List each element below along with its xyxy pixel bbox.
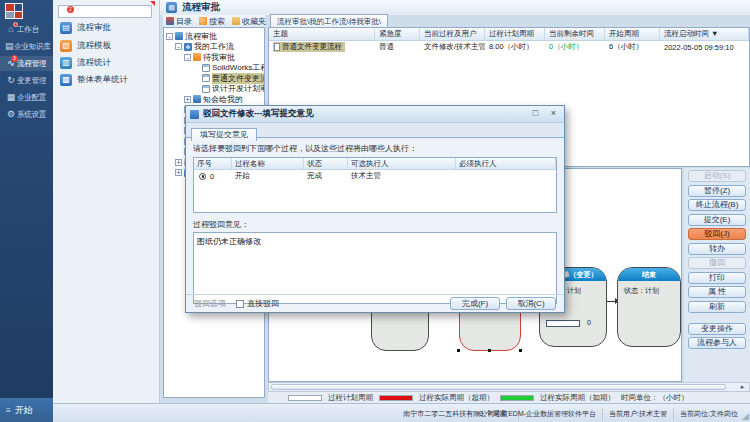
action-submit-button[interactable]: 提交(E) xyxy=(688,214,746,226)
process-approval-icon: ▤ xyxy=(166,2,177,13)
scrollbar-thumb[interactable] xyxy=(271,384,726,390)
column-header-start-cycle[interactable]: 开始周期 xyxy=(605,28,660,40)
action-change-operation-button[interactable]: 变更操作 xyxy=(688,323,746,335)
legend-label: 过程实际周期（如期） xyxy=(540,393,615,403)
current-user: 当前用户:技术主管 xyxy=(602,409,667,419)
sidebar-item-workbench[interactable]: ⌂ 工作台 xyxy=(0,22,53,37)
cell-state: 完成 xyxy=(304,171,348,181)
collapse-icon[interactable]: - xyxy=(166,33,173,40)
sidebar-item-knowledge-base[interactable]: ▤ 企业知识库 xyxy=(0,39,53,54)
horizontal-scrollbar[interactable]: ▸ xyxy=(268,382,750,392)
cell-start-time: 2022-05-05 09:59:10 xyxy=(660,43,749,52)
action-start-button[interactable]: 启动(S) xyxy=(688,170,746,182)
column-header-subject[interactable]: 主题 xyxy=(269,28,375,40)
flow-node-end[interactable]: 结束 状态：计划 xyxy=(617,267,681,347)
resize-grip-icon[interactable]: ◢ xyxy=(742,411,749,421)
grid-row[interactable]: 0 开始 完成 技术主管 xyxy=(194,170,556,182)
tree-item-label: SolidWorks工程图审批流程(1) xyxy=(212,62,265,73)
sidebar-item-label: 企业配置 xyxy=(17,92,46,103)
glyph: ▤ xyxy=(62,23,70,32)
action-refresh-button[interactable]: 刷新 xyxy=(688,301,746,313)
selection-handle[interactable] xyxy=(457,349,460,352)
cell-process-name: 开始 xyxy=(232,171,304,181)
expand-icon[interactable]: + xyxy=(184,96,191,103)
tree-item-normal-file-change-flow[interactable]: 普通文件变更流程(1) xyxy=(164,73,264,84)
submenu-item-process-approval[interactable]: ▤2 流程审批 xyxy=(53,20,160,36)
selection-handle[interactable] xyxy=(519,349,522,352)
action-properties-button[interactable]: 属 性 xyxy=(688,286,746,298)
dialog-title: 驳回文件修改---填写提交意见 xyxy=(203,108,528,120)
column-header-current-process[interactable]: 当前过程及用户 xyxy=(420,28,485,40)
start-button[interactable]: ≡ 开始 xyxy=(0,398,53,422)
collapse-icon[interactable]: - xyxy=(175,43,182,50)
tree-item-pending-approval[interactable]: -待我审批 xyxy=(164,52,264,63)
folder-icon xyxy=(193,95,201,103)
scroll-right-icon[interactable]: ▸ xyxy=(737,383,748,391)
column-header-urgency[interactable]: 紧急度 xyxy=(375,28,420,40)
tab-search[interactable]: 搜索 xyxy=(199,16,225,27)
expand-icon[interactable]: + xyxy=(175,169,182,176)
tab-catalog[interactable]: 目录 xyxy=(163,16,192,27)
node-status: 状态：计划 xyxy=(624,286,680,296)
tree-item-solidworks-flow[interactable]: SolidWorks工程图审批流程(1) xyxy=(164,63,264,74)
radio-button-selected[interactable] xyxy=(199,173,206,180)
action-print-button[interactable]: 打印 xyxy=(688,272,746,284)
column-header-planned-cycle[interactable]: 过程计划周期 xyxy=(485,28,545,40)
sidebar-item-label: 变更管理 xyxy=(17,75,46,86)
cancel-button[interactable]: 取消(C) xyxy=(506,297,556,310)
table-row[interactable]: 普通文件变更流程 普通 文件修改/技术主管 8.00（小时） 0（小时） 6（小… xyxy=(269,41,749,53)
submenu-item-label: 流程统计 xyxy=(77,57,111,69)
expand-icon[interactable]: + xyxy=(175,159,182,166)
finish-button[interactable]: 完成(F) xyxy=(450,297,500,310)
favorites-icon xyxy=(232,17,240,25)
platform-name: 南宁市二零二五科技有限公司彩虹EDM-企业数据管理软件平台 xyxy=(397,409,596,419)
tree-item-notified-to-me[interactable]: +知会给我的 xyxy=(164,94,264,105)
reject-dialog: 驳回文件修改---填写提交意见 □ × 填写提交意见 请选择要驳回到下面哪个过程… xyxy=(185,105,565,313)
dialog-titlebar[interactable]: 驳回文件修改---填写提交意见 □ × xyxy=(186,106,564,123)
start-label: 开始 xyxy=(15,404,33,417)
reject-options-label: 驳回选项 xyxy=(194,298,226,309)
document-icon xyxy=(202,85,210,93)
action-withdraw-button[interactable]: 撤回 xyxy=(688,257,746,269)
worklist-breadcrumb-tab[interactable]: 流程审批\我的工作流\待我审批\ xyxy=(270,14,388,27)
action-participants-button[interactable]: 流程参与人 xyxy=(688,337,746,349)
action-reject-button[interactable]: 驳回(J) xyxy=(688,228,746,240)
page-header: ▤ 流程审批 xyxy=(160,0,750,15)
app-logo xyxy=(5,3,23,19)
column-header-start-time[interactable]: 流程启动时间 ▼ xyxy=(660,28,749,40)
submenu-item-process-template[interactable]: ▧ 流程模板 xyxy=(53,38,160,54)
legend-swatch-ontime xyxy=(500,395,534,401)
selection-handle[interactable] xyxy=(488,349,491,352)
sidebar-item-label: 系统设置 xyxy=(17,109,46,120)
action-pause-button[interactable]: 暂停(Z) xyxy=(688,185,746,197)
tree-item-my-workflow[interactable]: -我的工作流 xyxy=(164,42,264,53)
tab-label: 收藏夹 xyxy=(242,16,266,27)
menu-icon: ≡ xyxy=(6,406,11,415)
sidebar-item-enterprise-config[interactable]: ▦ 企业配置 xyxy=(0,90,53,105)
maximize-icon[interactable]: □ xyxy=(528,108,543,120)
submenu-item-process-statistics[interactable]: ▥ 流程统计 xyxy=(53,55,160,71)
opinion-label: 过程驳回意见： xyxy=(193,219,557,230)
direct-reject-checkbox[interactable] xyxy=(236,300,244,308)
sidebar-item-change-management[interactable]: ↻ 变更管理 xyxy=(0,73,53,88)
collapse-icon[interactable]: - xyxy=(184,54,191,61)
sidebar-item-label: 企业知识库 xyxy=(14,41,51,52)
action-transfer-button[interactable]: 转办 xyxy=(688,243,746,255)
workflow-action-panel: 启动(S) 暂停(Z) 终止流程(B) 提交(E) 驳回(J) 转办 撤回 打印… xyxy=(684,168,750,382)
legend-swatch-planned xyxy=(288,395,322,401)
submenu-item-form-statistics[interactable]: ▩ 整体表单统计 xyxy=(53,72,160,88)
close-icon[interactable]: × xyxy=(546,108,561,120)
legend-swatch-overdue xyxy=(379,395,413,401)
sidebar-item-process-management[interactable]: ∿ 流程管理 3 xyxy=(0,56,53,71)
tab-favorites[interactable]: 收藏夹 xyxy=(232,16,266,27)
tree-item-process-approval[interactable]: -流程审批 xyxy=(164,31,264,42)
sidebar-item-system-settings[interactable]: ⚙ 系统设置 xyxy=(0,107,53,122)
tree-item-design-plan-flow[interactable]: 设计开发计划审批流程(1) xyxy=(164,84,264,95)
notification-badge: 3 xyxy=(11,55,18,62)
action-terminate-flow-button[interactable]: 终止流程(B) xyxy=(688,199,746,211)
column-header-remaining-time[interactable]: 当前剩余时间 xyxy=(545,28,605,40)
tab-fill-opinion[interactable]: 填写提交意见 xyxy=(191,128,257,141)
node-progress-bar xyxy=(546,320,580,327)
subject-cell-selected[interactable]: 普通文件变更流程 xyxy=(273,42,345,52)
process-statistics-icon: ▥ xyxy=(60,57,72,69)
